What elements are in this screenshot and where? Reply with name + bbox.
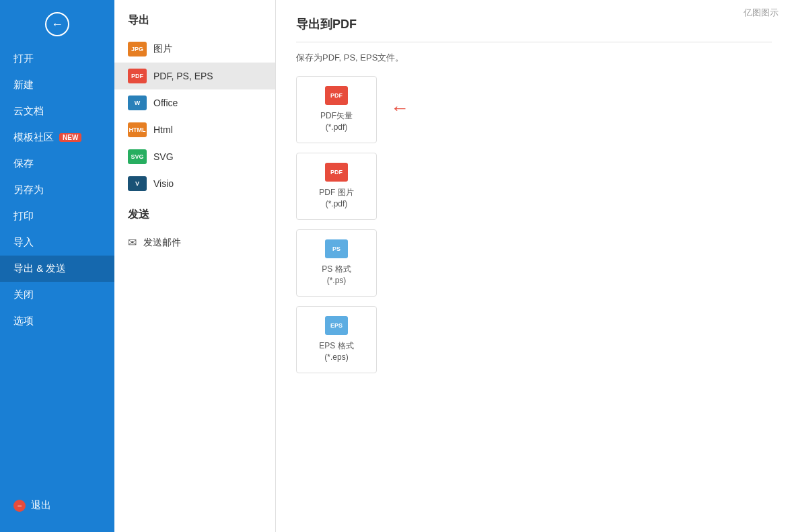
- panel-item-svg[interactable]: SVG SVG: [114, 143, 275, 170]
- pdf-label: PDF, PS, EPS: [153, 71, 213, 81]
- panel-item-office[interactable]: W Office: [114, 89, 275, 116]
- image-label: 图片: [153, 43, 172, 55]
- sidebar-item-export[interactable]: 导出 & 发送: [0, 256, 114, 282]
- mail-icon: ✉: [128, 236, 137, 249]
- save-label: 保存: [13, 157, 34, 170]
- sidebar-item-new[interactable]: 新建: [0, 72, 114, 98]
- panel-item-visio[interactable]: V Visio: [114, 170, 275, 197]
- exit-button[interactable]: − 退出: [0, 492, 114, 519]
- visio-label: Visio: [153, 178, 174, 189]
- export-section-title: 导出: [114, 13, 275, 36]
- export-card-pdf-image[interactable]: PDF PDF 图片 (*.pdf): [296, 153, 377, 220]
- sidebar-item-close[interactable]: 关闭: [0, 282, 114, 308]
- svg-icon: SVG: [128, 149, 147, 164]
- ps-icon: PS: [325, 239, 348, 258]
- exit-icon: −: [13, 500, 26, 512]
- red-arrow-icon: ←: [390, 98, 409, 119]
- sidebar-item-save[interactable]: 保存: [0, 151, 114, 177]
- ps-label: PS 格式 (*.ps): [322, 264, 351, 287]
- html-icon: HTML: [128, 122, 147, 137]
- pdf-image-icon: PDF: [325, 163, 348, 182]
- svg-label: SVG: [153, 151, 174, 162]
- jpg-icon: JPG: [128, 42, 147, 56]
- right-subtitle: 保存为PDF, PS, EPS文件。: [296, 52, 772, 64]
- sidebar-item-cloud[interactable]: 云文档: [0, 98, 114, 124]
- sidebar: ← 打开 新建 云文档 模板社区 NEW 保存 另存为 打印 导入 导出 & 发…: [0, 0, 114, 532]
- exit-label: 退出: [31, 499, 51, 512]
- pdf-vector-label: PDF矢量 (*.pdf): [320, 110, 353, 133]
- right-title: 导出到PDF: [296, 16, 772, 42]
- right-content: 导出到PDF 保存为PDF, PS, EPS文件。 PDF PDF矢量 (*.p…: [276, 0, 792, 389]
- middle-panel: 导出 JPG 图片 PDF PDF, PS, EPS W Office HTML…: [114, 0, 276, 532]
- app-name: 亿图图示: [744, 7, 779, 19]
- html-label: Html: [153, 124, 173, 135]
- email-label: 发送邮件: [143, 237, 181, 249]
- sidebar-item-import[interactable]: 导入: [0, 229, 114, 256]
- panel-item-html[interactable]: HTML Html: [114, 116, 275, 143]
- panel-item-email[interactable]: ✉ 发送邮件: [114, 230, 275, 255]
- back-arrow-icon: ←: [51, 18, 63, 30]
- word-icon: W: [128, 96, 147, 110]
- pdf-icon: PDF: [128, 69, 147, 83]
- sidebar-item-print[interactable]: 打印: [0, 203, 114, 229]
- eps-icon: EPS: [325, 316, 348, 335]
- export-card-ps[interactable]: PS PS 格式 (*.ps): [296, 229, 377, 297]
- options-label: 选项: [13, 315, 34, 328]
- office-label: Office: [153, 98, 178, 108]
- back-button[interactable]: ←: [0, 0, 114, 46]
- back-circle[interactable]: ←: [45, 12, 69, 36]
- eps-label: EPS 格式 (*.eps): [319, 340, 353, 363]
- sidebar-item-options[interactable]: 选项: [0, 308, 114, 334]
- saveas-label: 另存为: [13, 184, 44, 196]
- export-label: 导出 & 发送: [13, 262, 66, 275]
- send-section-title: 发送: [114, 208, 275, 230]
- visio-icon: V: [128, 176, 147, 191]
- sidebar-item-template[interactable]: 模板社区 NEW: [0, 124, 114, 151]
- panel-item-image[interactable]: JPG 图片: [114, 36, 275, 63]
- export-card-pdf-vector[interactable]: PDF PDF矢量 (*.pdf): [296, 76, 377, 143]
- new-label: 新建: [13, 79, 34, 91]
- export-cards: PDF PDF矢量 (*.pdf) ← PDF PDF 图片 (*.pdf) P…: [296, 76, 772, 373]
- export-card-eps[interactable]: EPS EPS 格式 (*.eps): [296, 306, 377, 373]
- close-label: 关闭: [13, 289, 34, 301]
- import-label: 导入: [13, 236, 34, 249]
- new-badge: NEW: [59, 133, 81, 142]
- pdf-image-label: PDF 图片 (*.pdf): [319, 187, 353, 210]
- template-label: 模板社区: [13, 131, 54, 144]
- open-label: 打开: [13, 52, 34, 65]
- cloud-label: 云文档: [13, 105, 44, 118]
- panel-item-pdf[interactable]: PDF PDF, PS, EPS: [114, 63, 275, 89]
- print-label: 打印: [13, 210, 34, 223]
- pdf-vector-icon: PDF: [325, 86, 348, 105]
- sidebar-item-saveas[interactable]: 另存为: [0, 177, 114, 203]
- right-panel: 亿图图示 导出到PDF 保存为PDF, PS, EPS文件。 PDF PDF矢量…: [276, 0, 792, 532]
- sidebar-menu: 打开 新建 云文档 模板社区 NEW 保存 另存为 打印 导入 导出 & 发送 …: [0, 46, 114, 492]
- sidebar-item-open[interactable]: 打开: [0, 46, 114, 72]
